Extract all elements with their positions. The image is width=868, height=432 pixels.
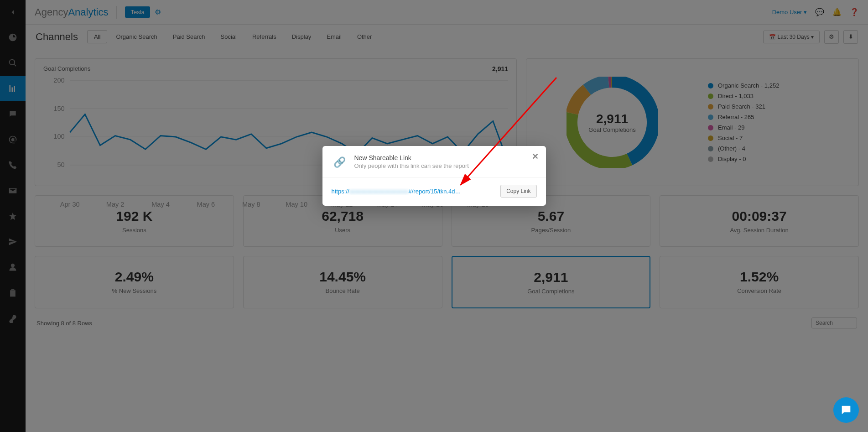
link-icon: 🔗 [332,154,348,171]
copy-link-button[interactable]: Copy Link [500,185,536,198]
modal-overlay[interactable] [0,0,868,432]
share-link-modal: 🔗 New Shareable Link Only people with th… [322,146,546,206]
intercom-launcher[interactable] [833,397,859,423]
share-url[interactable]: https://xxxxxxxxxxxxxxxxxxxx#/report/15/… [332,188,495,195]
modal-title: New Shareable Link [354,154,469,161]
close-icon[interactable]: ✕ [532,151,539,161]
modal-subtitle: Only people with this link can see the r… [354,162,469,169]
